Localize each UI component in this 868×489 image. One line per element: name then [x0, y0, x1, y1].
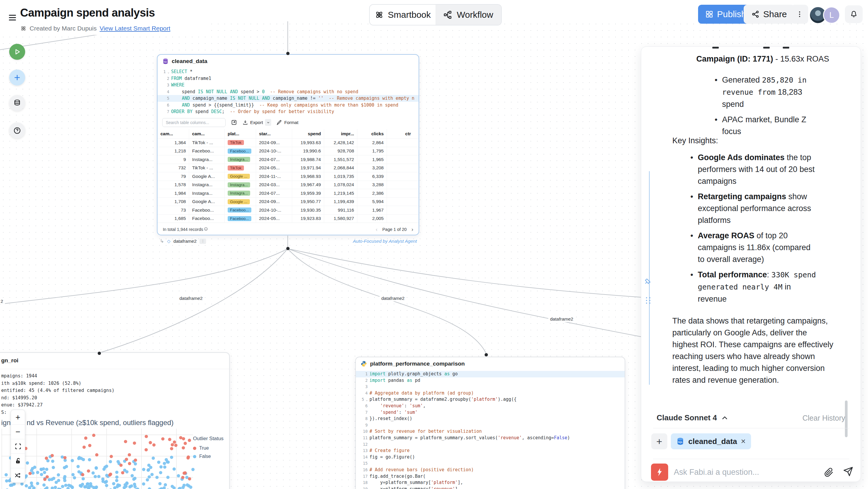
column-header[interactable]: plat...: [224, 129, 256, 138]
avatar-l[interactable]: L: [823, 6, 840, 24]
code-line[interactable]: 10# Sort by revenue for better visualiza…: [356, 428, 625, 435]
code-line[interactable]: 9: [356, 422, 625, 429]
scatter-plot[interactable]: [1, 429, 223, 489]
code-line[interactable]: 3: [356, 384, 625, 390]
column-header[interactable]: star...: [256, 129, 292, 138]
remove-context-icon[interactable]: ×: [741, 437, 746, 446]
add-node-button[interactable]: [9, 69, 25, 86]
more-options-button[interactable]: [791, 5, 808, 24]
export-label: Export: [250, 120, 263, 125]
output-dataframe-label[interactable]: dataframe2: [174, 239, 196, 244]
format-button[interactable]: Format: [277, 120, 299, 125]
table-cell: 2024-10-...: [256, 147, 292, 155]
node-campaign-roi[interactable]: gn_roi mpaigns: 1944ith ≥$10k spend: 102…: [0, 352, 230, 489]
edge-port-dot[interactable]: [485, 353, 488, 357]
column-header[interactable]: cam...: [189, 129, 224, 138]
code-token: }).reset_index(): [369, 416, 412, 422]
send-button[interactable]: [843, 466, 853, 478]
code-line[interactable]: 11platform_summary = platform_summary.so…: [356, 435, 625, 441]
node-cleaned-data[interactable]: SQL cleaned_data 1 ⌄SELECT *2FROM datafr…: [157, 54, 419, 235]
code-line[interactable]: 1 ⌄SELECT *: [157, 68, 418, 75]
code-line[interactable]: 6 'revenue': 'sum',: [356, 403, 625, 409]
lock-button[interactable]: [11, 454, 25, 468]
table-row[interactable]: 73Faceboo...Faceboo...2024-10-...19,930.…: [157, 206, 418, 214]
notifications-button[interactable]: [845, 5, 863, 23]
code-line[interactable]: 4# Aggregate data by platform (ad group): [356, 390, 625, 397]
share-button[interactable]: Share: [744, 5, 795, 24]
code-line[interactable]: 6 AND spend > {{spend_limit}} -- Keep on…: [157, 102, 418, 109]
model-selector[interactable]: Claude Sonnet 4: [657, 413, 728, 422]
code-line[interactable]: 1import plotly.graph_objects as go: [356, 371, 625, 377]
drag-handle-icon[interactable]: [646, 297, 651, 304]
column-header[interactable]: impr...: [324, 129, 357, 138]
table-row[interactable]: 1,708Google A...Google ...2024-09...19,9…: [157, 197, 418, 206]
run-workflow-button[interactable]: [9, 44, 25, 60]
edge-port-dot[interactable]: [286, 52, 289, 55]
code-line[interactable]: 5 AND campaign_name IS NOT NULL AND camp…: [157, 95, 418, 102]
prev-page-button[interactable]: ‹: [376, 226, 377, 233]
next-page-button[interactable]: ›: [411, 226, 413, 233]
export-options-chevron[interactable]: [265, 119, 271, 126]
menu-icon[interactable]: [9, 15, 16, 22]
code-line[interactable]: 19 x=platform_summary['revenue'],: [356, 486, 625, 489]
table-row[interactable]: 1,685Faceboo...Faceboo...2024-05...19,92…: [157, 214, 418, 223]
zoom-in-button[interactable]: +: [11, 410, 25, 425]
column-header[interactable]: cam...: [157, 129, 189, 138]
sql-code-editor[interactable]: 1 ⌄SELECT *2FROM dataframe13WHERE4 spend…: [157, 68, 418, 116]
tab-workflow[interactable]: Workflow: [435, 5, 501, 25]
code-line[interactable]: 2FROM dataframe1: [157, 75, 418, 82]
code-line[interactable]: 4 spend IS NOT NULL AND spend > 0 -- Rem…: [157, 89, 418, 95]
legend-false-label[interactable]: False: [199, 454, 211, 459]
zoom-out-button[interactable]: −: [11, 425, 25, 439]
edge-port-dot[interactable]: [98, 352, 101, 355]
clear-history-button[interactable]: Clear History: [803, 414, 845, 422]
table-row[interactable]: 1,984Instagra...Instagra...2024-07...19,…: [157, 189, 418, 197]
table-row[interactable]: 1,218Faceboo...Faceboo...2024-10-...19,9…: [157, 147, 418, 155]
column-header[interactable]: spend: [292, 129, 324, 138]
expand-table-icon[interactable]: [231, 119, 237, 125]
code-line[interactable]: 18 y=platform_summary['platform'],: [356, 480, 625, 486]
table-row[interactable]: 9Instagra...Instagra...2024-07...19,988.…: [157, 155, 418, 164]
shuffle-button[interactable]: [11, 468, 25, 483]
code-line[interactable]: 7 'spend': 'sum': [356, 409, 625, 416]
panel-scrollbar[interactable]: [845, 400, 847, 437]
add-context-button[interactable]: +: [651, 433, 667, 449]
python-code-editor[interactable]: 1import plotly.graph_objects as go2impor…: [356, 370, 625, 489]
code-line[interactable]: 15: [356, 460, 625, 467]
output-menu-badge[interactable]: ⋮: [199, 239, 206, 244]
code-line[interactable]: 5 ⌄platform_summary = dataframe2.groupby…: [356, 396, 625, 403]
table-cell: Instagra...: [189, 189, 224, 197]
column-header[interactable]: ctr: [386, 129, 414, 138]
unpin-icon[interactable]: [644, 278, 651, 286]
node-platform-performance-comparison[interactable]: platform_performance_comparison 1import …: [355, 357, 625, 489]
attach-file-button[interactable]: [824, 468, 834, 478]
bullet-item: APAC market, Bundle Z focus: [714, 114, 809, 137]
code-line[interactable]: 13# Create figure: [356, 448, 625, 454]
context-chip-cleaned-data[interactable]: SQL cleaned_data ×: [671, 433, 751, 449]
table-row[interactable]: 1,364TikTok - ...TikTok2024-09...19,993.…: [157, 138, 418, 147]
tab-smartbook[interactable]: Smartbook: [370, 5, 435, 25]
code-line[interactable]: 16# Add revenue bars (positive direction…: [356, 467, 625, 473]
code-line[interactable]: 17fig.add_trace(go.Bar(: [356, 473, 625, 480]
chart-legend[interactable]: Outlier Status True False: [193, 436, 223, 461]
code-line[interactable]: 3WHERE: [157, 82, 418, 89]
fullscreen-button[interactable]: [11, 439, 25, 454]
code-line[interactable]: 14fig = go.Figure(): [356, 454, 625, 461]
table-row[interactable]: 79Google A...Google ...2024-11-...19,968…: [157, 172, 418, 181]
ask-fabi-input[interactable]: [674, 464, 813, 480]
search-table-columns-input[interactable]: [162, 118, 225, 127]
code-line[interactable]: 7ORDER BY spend DESC; -- Order by spend …: [157, 108, 418, 115]
export-button[interactable]: Export: [243, 119, 271, 126]
code-line[interactable]: 2import pandas as pd: [356, 377, 625, 384]
help-button[interactable]: [9, 123, 25, 139]
table-row[interactable]: 732TikTok - ...TikTok2024-05...19,971.94…: [157, 164, 418, 172]
view-smart-report-link[interactable]: View Latest Smart Report: [99, 25, 170, 32]
table-cell: 2024-05...: [256, 215, 292, 223]
column-header[interactable]: clicks: [357, 129, 386, 138]
data-sources-button[interactable]: [9, 95, 25, 111]
edge-port-dot[interactable]: [286, 247, 289, 250]
table-row[interactable]: 1,578Instagra...Instagra...2024-03...19,…: [157, 181, 418, 189]
legend-true-label[interactable]: True: [199, 446, 209, 451]
code-line[interactable]: 8}).reset_index(): [356, 416, 625, 422]
code-line[interactable]: 12: [356, 441, 625, 448]
